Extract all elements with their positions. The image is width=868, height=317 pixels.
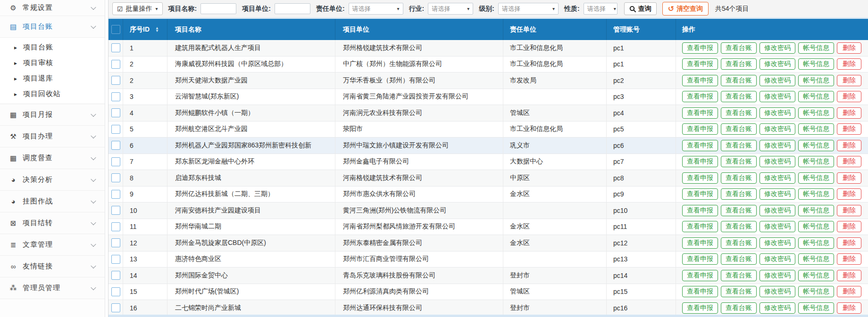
row-checkbox[interactable] <box>111 190 120 199</box>
change-password-button[interactable]: 修改密码 <box>760 286 795 297</box>
sidebar-item-article-management[interactable]: ≣文章管理 <box>0 234 105 256</box>
view-declaration-button[interactable]: 查看申报 <box>682 91 718 102</box>
view-ledger-button[interactable]: 查看台账 <box>721 172 757 184</box>
account-info-button[interactable]: 帐号信息 <box>798 270 834 281</box>
view-declaration-button[interactable]: 查看申报 <box>682 221 718 232</box>
change-password-button[interactable]: 修改密码 <box>760 270 795 281</box>
view-declaration-button[interactable]: 查看申报 <box>682 107 718 119</box>
view-declaration-button[interactable]: 查看申报 <box>682 237 718 249</box>
query-button[interactable]: 查询 <box>624 2 657 15</box>
account-info-button[interactable]: 帐号信息 <box>798 156 834 167</box>
row-checkbox[interactable] <box>111 206 120 215</box>
row-checkbox[interactable] <box>111 43 120 52</box>
sidebar-item-project-carryover[interactable]: ⊠项目结转 <box>0 212 105 234</box>
view-ledger-button[interactable]: 查看台账 <box>721 42 757 54</box>
view-declaration-button[interactable]: 查看申报 <box>682 270 718 281</box>
sidebar-item-dispatch-supervision[interactable]: ▦调度督查 <box>0 147 105 169</box>
change-password-button[interactable]: 修改密码 <box>760 188 795 200</box>
sidebar-item-project-handling[interactable]: ⚒项目办理 <box>0 126 105 147</box>
account-info-button[interactable]: 帐号信息 <box>798 75 834 86</box>
change-password-button[interactable]: 修改密码 <box>760 75 795 86</box>
row-checkbox[interactable] <box>111 271 120 280</box>
view-ledger-button[interactable]: 查看台账 <box>721 221 757 232</box>
view-declaration-button[interactable]: 查看申报 <box>682 188 718 200</box>
account-info-button[interactable]: 帐号信息 <box>798 221 834 232</box>
account-info-button[interactable]: 帐号信息 <box>798 205 834 216</box>
level-select[interactable]: 请选择 ▾ <box>498 3 559 15</box>
change-password-button[interactable]: 修改密码 <box>760 42 795 54</box>
submenu-item[interactable]: ▸项目审核 <box>0 55 105 71</box>
sidebar-item-map-operations[interactable]: ◕挂图作战 <box>0 191 105 212</box>
delete-button[interactable]: 删除 <box>837 140 861 151</box>
view-ledger-button[interactable]: 查看台账 <box>721 286 757 297</box>
row-checkbox[interactable] <box>111 173 120 182</box>
view-ledger-button[interactable]: 查看台账 <box>721 237 757 249</box>
view-declaration-button[interactable]: 查看申报 <box>682 156 718 167</box>
change-password-button[interactable]: 修改密码 <box>760 107 795 119</box>
batch-operation-button[interactable]: ☑ 批量操作 ▾ <box>112 2 163 15</box>
view-declaration-button[interactable]: 查看申报 <box>682 253 718 265</box>
view-declaration-button[interactable]: 查看申报 <box>682 302 718 314</box>
view-ledger-button[interactable]: 查看台账 <box>721 107 757 119</box>
view-declaration-button[interactable]: 查看申报 <box>682 205 718 216</box>
horizontal-scrollbar[interactable] <box>108 315 868 317</box>
submenu-item[interactable]: ▸项目台账 <box>0 40 105 55</box>
nature-select[interactable]: 请选择 ▾ <box>584 3 618 15</box>
delete-button[interactable]: 删除 <box>837 221 861 232</box>
sort-icon[interactable]: ▲▼ <box>155 27 159 33</box>
delete-button[interactable]: 删除 <box>837 42 861 54</box>
row-checkbox[interactable] <box>111 238 120 247</box>
account-info-button[interactable]: 帐号信息 <box>798 91 834 102</box>
change-password-button[interactable]: 修改密码 <box>760 156 795 167</box>
view-declaration-button[interactable]: 查看申报 <box>682 75 718 86</box>
account-info-button[interactable]: 帐号信息 <box>798 123 834 135</box>
row-checkbox[interactable] <box>111 157 120 166</box>
change-password-button[interactable]: 修改密码 <box>760 91 795 102</box>
view-ledger-button[interactable]: 查看台账 <box>721 140 757 151</box>
account-info-button[interactable]: 帐号信息 <box>798 172 834 184</box>
project-name-input[interactable] <box>200 3 236 14</box>
account-info-button[interactable]: 帐号信息 <box>798 253 834 265</box>
change-password-button[interactable]: 修改密码 <box>760 302 795 314</box>
delete-button[interactable]: 删除 <box>837 91 861 102</box>
view-declaration-button[interactable]: 查看申报 <box>682 172 718 184</box>
row-checkbox[interactable] <box>111 303 120 312</box>
view-declaration-button[interactable]: 查看申报 <box>682 286 718 297</box>
row-checkbox[interactable] <box>111 125 120 134</box>
change-password-button[interactable]: 修改密码 <box>760 58 795 70</box>
delete-button[interactable]: 删除 <box>837 237 861 249</box>
row-checkbox[interactable] <box>111 287 120 296</box>
submenu-item[interactable]: ▸项目回收站 <box>0 86 105 102</box>
account-info-button[interactable]: 帐号信息 <box>798 188 834 200</box>
sidebar-item-friendly-links[interactable]: ∞友情链接 <box>0 256 105 277</box>
row-checkbox[interactable] <box>111 92 120 101</box>
row-checkbox[interactable] <box>111 255 120 264</box>
change-password-button[interactable]: 修改密码 <box>760 205 795 216</box>
view-ledger-button[interactable]: 查看台账 <box>721 123 757 135</box>
delete-button[interactable]: 删除 <box>837 286 861 297</box>
row-checkbox[interactable] <box>111 76 120 85</box>
change-password-button[interactable]: 修改密码 <box>760 237 795 249</box>
change-password-button[interactable]: 修改密码 <box>760 140 795 151</box>
delete-button[interactable]: 删除 <box>837 123 861 135</box>
view-ledger-button[interactable]: 查看台账 <box>721 205 757 216</box>
account-info-button[interactable]: 帐号信息 <box>798 286 834 297</box>
view-ledger-button[interactable]: 查看台账 <box>721 91 757 102</box>
submenu-item[interactable]: ▸项目退库 <box>0 71 105 86</box>
row-checkbox[interactable] <box>111 141 120 150</box>
view-ledger-button[interactable]: 查看台账 <box>721 75 757 86</box>
account-info-button[interactable]: 帐号信息 <box>798 237 834 249</box>
delete-button[interactable]: 删除 <box>837 205 861 216</box>
sidebar-item-admin-management[interactable]: ⁂管理员管理 <box>0 277 105 299</box>
account-info-button[interactable]: 帐号信息 <box>798 58 834 70</box>
clear-query-button[interactable]: ↺ 清空查询 <box>662 2 709 16</box>
view-ledger-button[interactable]: 查看台账 <box>721 58 757 70</box>
view-ledger-button[interactable]: 查看台账 <box>721 253 757 265</box>
row-checkbox[interactable] <box>111 60 120 69</box>
delete-button[interactable]: 删除 <box>837 107 861 119</box>
view-declaration-button[interactable]: 查看申报 <box>682 123 718 135</box>
sidebar-item-decision-analysis[interactable]: ◕决策分析 <box>0 169 105 191</box>
row-checkbox[interactable] <box>111 108 120 117</box>
delete-button[interactable]: 删除 <box>837 156 861 167</box>
view-ledger-button[interactable]: 查看台账 <box>721 302 757 314</box>
